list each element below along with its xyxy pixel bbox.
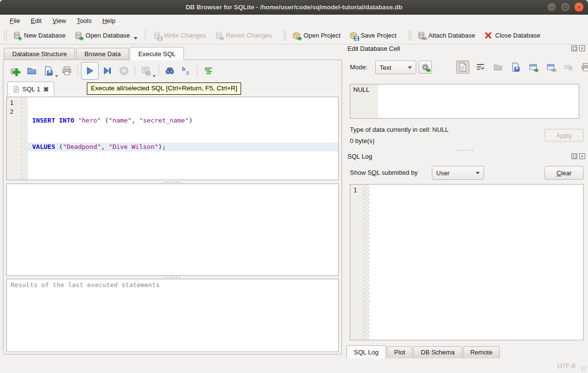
- tab-database-structure[interactable]: Database Structure: [4, 48, 75, 60]
- line-number: 2: [10, 107, 21, 116]
- new-database-button[interactable]: New Database: [8, 29, 70, 42]
- open-database-button[interactable]: Open Database: [70, 29, 142, 42]
- save-project-icon: [349, 31, 358, 40]
- edit-cell-dock-title: Edit Database Cell: [347, 45, 400, 52]
- attach-database-label: Attach Database: [428, 32, 475, 39]
- sql-editor-tab[interactable]: SQL 1 ✖: [7, 82, 54, 97]
- sql-editor[interactable]: 1 2 INSERT INTO "hero" ("name", "secret_…: [6, 97, 339, 180]
- revert-changes-icon: [215, 31, 223, 40]
- execute-sql-page: SQL 1 ✖ 1 2 INSERT INTO "hero" ("name", …: [3, 60, 342, 354]
- cell-value-area[interactable]: [378, 84, 579, 118]
- apply-button: Apply: [545, 129, 584, 142]
- mode-combo[interactable]: Text: [375, 61, 416, 74]
- tab-plot[interactable]: Plot: [387, 346, 412, 358]
- menu-view[interactable]: View: [47, 16, 71, 25]
- tab-remote[interactable]: Remote: [463, 346, 500, 358]
- minimize-button[interactable]: −: [547, 2, 557, 12]
- line-number: 1: [10, 99, 21, 107]
- print-cell-button[interactable]: [579, 61, 588, 74]
- results-message-pane[interactable]: Results of the last executed statements: [6, 279, 339, 352]
- cell-size-info: 0 byte(s): [350, 137, 375, 145]
- auto-apply-button[interactable]: [419, 61, 432, 74]
- attach-database-icon: [417, 31, 426, 40]
- sql-log-controls: Show SQL submitted by User Clear: [344, 166, 588, 181]
- close-tab-icon[interactable]: ✖: [43, 85, 49, 93]
- print-sql-button[interactable]: [59, 63, 75, 79]
- clear-log-button[interactable]: Clear: [545, 166, 584, 180]
- main-tab-bar: Database Structure Browse Data Execute S…: [4, 47, 185, 60]
- save-sql-file-button[interactable]: [41, 63, 56, 79]
- resize-grip[interactable]: [581, 366, 586, 371]
- close-icon: ×: [577, 4, 581, 10]
- sql-log-view[interactable]: 1: [350, 184, 584, 340]
- dock-float-icon[interactable]: [571, 153, 577, 159]
- open-in-external-button[interactable]: [527, 61, 540, 74]
- toolbar-grip[interactable]: [408, 30, 411, 41]
- toolbar-grip[interactable]: [3, 30, 7, 41]
- sql-toolbar: [6, 62, 216, 80]
- menu-tools[interactable]: Tools: [72, 16, 96, 25]
- text-mode-button[interactable]: [456, 61, 469, 74]
- results-grid-pane[interactable]: [6, 184, 339, 276]
- new-database-icon: [13, 31, 21, 40]
- open-sql-file-button[interactable]: [24, 63, 40, 79]
- word-wrap-button[interactable]: [474, 61, 487, 74]
- toolbar-grip[interactable]: [283, 30, 286, 41]
- log-content-area[interactable]: [369, 185, 583, 340]
- maximize-icon: [564, 5, 567, 9]
- cell-editor-toolbar: [456, 61, 588, 74]
- close-database-button[interactable]: Close Database: [480, 29, 545, 42]
- tab-db-schema[interactable]: DB Schema: [413, 346, 462, 358]
- save-project-button[interactable]: Save Project: [345, 29, 401, 42]
- format-sql-button[interactable]: [201, 63, 216, 79]
- replace-letters-icon: [182, 66, 191, 76]
- log-filter-combo[interactable]: User: [432, 166, 484, 180]
- new-tab-icon: [10, 66, 20, 76]
- menu-file[interactable]: File: [5, 16, 25, 25]
- tab-execute-sql[interactable]: Execute SQL: [130, 47, 184, 60]
- window-controls: − ×: [547, 2, 584, 12]
- tab-sql-log[interactable]: SQL Log: [346, 345, 386, 358]
- results-placeholder: Results of the last executed statements: [11, 281, 160, 289]
- set-null-button: [562, 61, 575, 74]
- save-sql-dropdown-icon[interactable]: [55, 75, 58, 77]
- encoding-indicator: UTF-8: [557, 362, 575, 370]
- execute-sql-tooltip: Execute all/selected SQL [Ctrl+Return, F…: [87, 83, 241, 95]
- edit-cell-controls: Mode: Text: [344, 60, 588, 75]
- close-button[interactable]: ×: [574, 2, 584, 12]
- attach-database-button[interactable]: Attach Database: [413, 29, 480, 42]
- dock-close-icon[interactable]: ×: [579, 45, 585, 51]
- window-link-icon: [547, 63, 555, 71]
- dock-splitter-handle[interactable]: [456, 149, 475, 151]
- cell-value-gutter: NULL: [350, 84, 378, 118]
- execute-current-line-button[interactable]: [100, 63, 115, 79]
- log-line-number: 1: [353, 186, 363, 195]
- menu-help[interactable]: Help: [98, 16, 121, 25]
- menu-edit[interactable]: Edit: [26, 16, 46, 25]
- sql-log-dock-buttons: ×: [571, 153, 585, 159]
- cell-value-editor[interactable]: NULL: [350, 84, 579, 119]
- maximize-button[interactable]: [560, 2, 570, 12]
- close-database-label: Close Database: [495, 32, 541, 39]
- copy-link-button[interactable]: [544, 61, 557, 74]
- find-replace-button[interactable]: [179, 63, 194, 79]
- new-sql-tab-button[interactable]: [7, 63, 23, 79]
- write-changes-label: Write Changes: [164, 32, 206, 39]
- export-cell-button[interactable]: [509, 61, 522, 74]
- dock-close-icon[interactable]: ×: [579, 153, 585, 159]
- sql-line-2: VALUES ("Deadpond", "Dive Wilson");: [28, 143, 338, 151]
- open-project-button[interactable]: Open Project: [288, 29, 345, 42]
- toolbar-separator: [145, 29, 145, 41]
- sql-toolbar-separator: [197, 65, 198, 76]
- print-icon: [62, 66, 72, 76]
- minimize-icon: −: [550, 4, 553, 10]
- sql-code-area[interactable]: INSERT INTO "hero" ("name", "secret_name…: [28, 97, 338, 180]
- tab-browse-data[interactable]: Browse Data: [76, 48, 129, 60]
- execute-sql-button[interactable]: [81, 62, 99, 80]
- find-button[interactable]: [162, 63, 178, 79]
- dock-float-icon[interactable]: [571, 45, 577, 51]
- open-database-dropdown-icon[interactable]: [134, 37, 138, 40]
- revert-changes-label: Revert Changes: [226, 32, 272, 39]
- format-lines-icon: [203, 66, 213, 76]
- right-dock-area: Edit Database Cell × Mode: Text: [344, 45, 588, 362]
